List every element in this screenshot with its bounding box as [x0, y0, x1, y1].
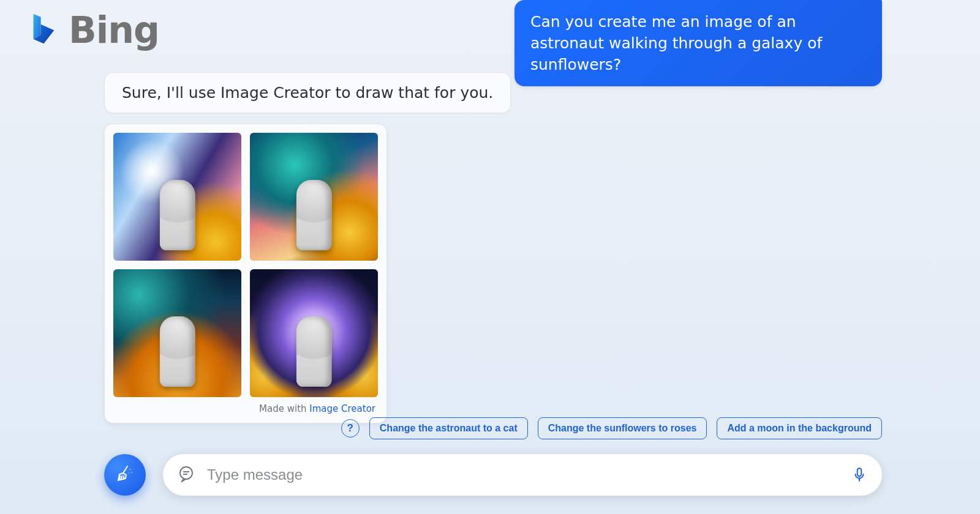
svg-point-0 — [129, 469, 130, 470]
broom-icon — [115, 464, 135, 486]
generated-image-4[interactable] — [250, 269, 378, 397]
image-creator-link[interactable]: Image Creator — [309, 403, 375, 414]
user-message-text: Can you create me an image of an astrona… — [530, 13, 822, 73]
image-card-caption: Made with Image Creator — [113, 403, 378, 414]
caption-prefix: Made with — [259, 403, 309, 414]
new-topic-button[interactable] — [104, 454, 146, 496]
suggestion-chip-3[interactable]: Add a moon in the background — [717, 417, 882, 439]
assistant-message-bubble: Sure, I'll use Image Creator to draw tha… — [104, 72, 511, 113]
brand-name: Bing — [69, 9, 159, 51]
message-input[interactable] — [207, 466, 839, 483]
composer-row — [104, 454, 882, 496]
brand: Bing — [24, 9, 159, 51]
svg-point-1 — [131, 472, 132, 473]
suggestion-row: ? Change the astronaut to a cat Change t… — [341, 417, 882, 439]
question-icon: ? — [347, 422, 353, 434]
chat-icon — [178, 465, 195, 485]
help-button[interactable]: ? — [341, 419, 360, 438]
generated-image-1[interactable] — [113, 133, 241, 261]
svg-point-2 — [128, 472, 129, 473]
microphone-icon — [851, 466, 867, 484]
suggestion-chip-1[interactable]: Change the astronaut to a cat — [369, 417, 528, 439]
image-results-card: Made with Image Creator — [104, 124, 387, 423]
svg-point-3 — [180, 467, 192, 479]
message-composer — [163, 454, 882, 496]
svg-rect-6 — [858, 468, 862, 476]
bing-logo-icon — [24, 11, 60, 49]
microphone-button[interactable] — [851, 466, 867, 484]
suggestion-chip-2[interactable]: Change the sunflowers to roses — [538, 417, 707, 439]
generated-image-2[interactable] — [250, 133, 378, 261]
generated-image-3[interactable] — [113, 269, 241, 397]
image-grid — [113, 133, 378, 397]
assistant-message-text: Sure, I'll use Image Creator to draw tha… — [122, 84, 493, 102]
user-message-bubble: Can you create me an image of an astrona… — [514, 0, 882, 86]
